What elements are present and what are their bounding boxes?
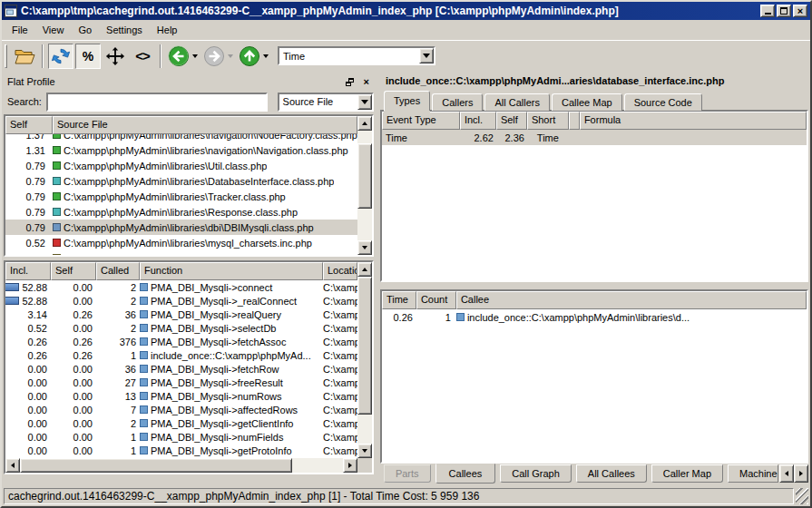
scroll-up-button[interactable] bbox=[357, 116, 372, 131]
column-header-source-file[interactable]: Source File bbox=[53, 116, 357, 134]
event-type-row[interactable]: Time2.622.36Time bbox=[382, 130, 807, 145]
incl-cost-value: 0.00 bbox=[28, 418, 47, 429]
column-header-incl-[interactable]: Incl. bbox=[5, 262, 51, 280]
event-type-selector[interactable]: Time bbox=[278, 46, 435, 65]
function-row[interactable]: 52.880.002PMA_DBI_Mysqli->_realConnectC:… bbox=[5, 294, 357, 308]
callee-row[interactable]: 0.261include_once::C:\xampp\phpMyAdmin\l… bbox=[382, 309, 807, 325]
column-header-called[interactable]: Called bbox=[96, 262, 140, 280]
toolbar-handle[interactable] bbox=[5, 44, 7, 68]
tab-source-code[interactable]: Source Code bbox=[624, 93, 702, 111]
source-file-row[interactable]: 1.31C:\xampp\phpMyAdmin\libraries\naviga… bbox=[5, 142, 357, 158]
scroll-thumb[interactable] bbox=[357, 143, 372, 209]
scroll-left-button[interactable] bbox=[5, 458, 20, 473]
up-button[interactable] bbox=[237, 44, 270, 69]
shorten-templates-button[interactable]: <> bbox=[130, 44, 155, 69]
tab-machine[interactable]: Machine bbox=[728, 464, 778, 483]
refresh-button[interactable] bbox=[48, 44, 73, 69]
column-header-short[interactable]: Short bbox=[527, 112, 569, 130]
grouping-selector[interactable]: Source File bbox=[278, 93, 374, 112]
scroll-down-button[interactable] bbox=[357, 444, 372, 458]
column-header-incl-[interactable]: Incl. bbox=[460, 112, 496, 130]
function-row[interactable]: 0.000.002PMA_DBI_Mysqli->getClientInfoC:… bbox=[5, 416, 357, 430]
grouping-dropdown-button[interactable] bbox=[357, 94, 372, 110]
scroll-down-button[interactable] bbox=[357, 240, 372, 255]
menu-help[interactable]: Help bbox=[151, 22, 184, 38]
back-button[interactable] bbox=[166, 44, 200, 69]
functions-hscrollbar[interactable] bbox=[5, 458, 357, 473]
column-header-location[interactable]: Location bbox=[323, 262, 357, 280]
relative-percent-button[interactable]: % bbox=[75, 44, 101, 69]
function-row[interactable]: 3.140.2636PMA_DBI_Mysqli->realQueryC:\xa… bbox=[5, 308, 357, 321]
menu-go[interactable]: Go bbox=[72, 22, 98, 38]
function-name: PMA_DBI_Mysqli->freeResult bbox=[151, 377, 283, 388]
column-header-function[interactable]: Function bbox=[140, 262, 323, 280]
source-file-row[interactable]: 0.79C:\xampp\phpMyAdmin\libraries\dbi\DB… bbox=[5, 220, 357, 235]
back-dropdown-icon[interactable] bbox=[192, 54, 198, 58]
column-header-callee[interactable]: Callee bbox=[456, 291, 807, 309]
tab-caller-map[interactable]: Caller Map bbox=[651, 464, 723, 483]
column-header-count[interactable]: Count bbox=[416, 291, 456, 309]
menu-settings[interactable]: Settings bbox=[100, 22, 149, 38]
function-row[interactable]: 0.000.0027PMA_DBI_Mysqli->freeResultC:\x… bbox=[5, 376, 357, 389]
maximize-button[interactable] bbox=[777, 5, 791, 17]
relative-to-parent-button[interactable] bbox=[103, 44, 128, 69]
types-table: Event TypeIncl.SelfShortFormula Time2.62… bbox=[380, 110, 808, 282]
tab-all-callees[interactable]: All Callees bbox=[576, 464, 647, 483]
incl-cost-cell: 0.00 bbox=[5, 432, 51, 443]
column-header-formula[interactable]: Formula bbox=[580, 112, 807, 130]
dock-float-button[interactable] bbox=[343, 75, 357, 88]
resize-grip[interactable] bbox=[796, 488, 808, 504]
tab-callee-map[interactable]: Callee Map bbox=[552, 93, 622, 111]
close-icon: × bbox=[794, 5, 807, 16]
minimize-button[interactable] bbox=[760, 5, 775, 17]
column-header-self[interactable]: Self bbox=[496, 112, 527, 130]
column-header-event-type[interactable]: Event Type bbox=[382, 112, 460, 130]
tab-callees[interactable]: Callees bbox=[435, 464, 496, 484]
percent-icon: % bbox=[83, 49, 93, 64]
tab-call-graph[interactable]: Call Graph bbox=[500, 464, 572, 483]
forward-dropdown-icon[interactable] bbox=[228, 54, 233, 58]
source-file-row[interactable]: 0.79C:\xampp\phpMyAdmin\libraries\Tracke… bbox=[5, 189, 357, 204]
function-row[interactable]: 0.000.007PMA_DBI_Mysqli->affectedRowsC:\… bbox=[5, 403, 357, 416]
arrow-up-icon bbox=[362, 122, 367, 125]
tab-scroll-right-button[interactable] bbox=[794, 464, 808, 483]
event-type-dropdown-button[interactable] bbox=[419, 48, 434, 64]
self-cost-value: 0.00 bbox=[51, 418, 96, 429]
function-row[interactable]: 0.000.001PMA_DBI_Mysqli->getProtoInfoC:\… bbox=[5, 444, 357, 457]
menu-file[interactable]: File bbox=[5, 22, 34, 38]
menu-view[interactable]: View bbox=[36, 22, 71, 38]
functions-vscrollbar[interactable] bbox=[357, 262, 372, 458]
column-header-self[interactable]: Self bbox=[5, 116, 53, 134]
source-file-row[interactable]: 0.79C:\xampp\phpMyAdmin\libraries\Respon… bbox=[5, 204, 357, 220]
source-file-row[interactable]: 0.79C:\xampp\phpMyAdmin\libraries\Util.c… bbox=[5, 158, 357, 173]
source-file-row[interactable]: 0.79C:\xampp\phpMyAdmin\libraries\Databa… bbox=[5, 173, 357, 189]
function-row[interactable]: 0.260.261include_once::C:\xampp\phpMyAd.… bbox=[5, 348, 357, 362]
dock-close-button[interactable]: × bbox=[359, 75, 374, 88]
open-file-button[interactable] bbox=[12, 44, 37, 69]
column-header-self[interactable]: Self bbox=[51, 262, 96, 280]
forward-button[interactable] bbox=[201, 44, 235, 69]
tab-types[interactable]: Types bbox=[384, 91, 430, 111]
scroll-thumb[interactable] bbox=[20, 458, 292, 473]
column-header-spacer[interactable] bbox=[569, 112, 580, 130]
tab-callers[interactable]: Callers bbox=[432, 93, 483, 111]
function-row[interactable]: 0.000.001PMA_DBI_Mysqli->numFieldsC:\xam… bbox=[5, 430, 357, 444]
column-header-time[interactable]: Time bbox=[382, 291, 416, 309]
source-file-row[interactable]: 0.52C:\xampp\phpMyAdmin\libraries\user_p… bbox=[5, 250, 357, 255]
scroll-thumb[interactable] bbox=[357, 277, 372, 415]
source-file-row[interactable]: 0.52C:\xampp\phpMyAdmin\libraries\mysql_… bbox=[5, 235, 357, 250]
scroll-right-button[interactable] bbox=[343, 458, 357, 473]
tab-all-callers[interactable]: All Callers bbox=[484, 93, 550, 111]
source-files-vscrollbar[interactable] bbox=[357, 116, 372, 255]
search-input[interactable] bbox=[46, 93, 268, 112]
function-row[interactable]: 52.880.002PMA_DBI_Mysqli->connectC:\xamp… bbox=[5, 280, 357, 294]
source-file-row[interactable]: 1.37C:\xampp\phpMyAdmin\libraries\naviga… bbox=[5, 134, 357, 142]
function-row[interactable]: 0.260.26376PMA_DBI_Mysqli->fetchAssocC:\… bbox=[5, 335, 357, 348]
tab-scroll-left-button[interactable] bbox=[779, 464, 794, 483]
scroll-up-button[interactable] bbox=[357, 262, 372, 277]
function-row[interactable]: 0.520.002PMA_DBI_Mysqli->selectDbC:\xamp… bbox=[5, 321, 357, 335]
function-row[interactable]: 0.000.0036PMA_DBI_Mysqli->fetchRowC:\xam… bbox=[5, 362, 357, 376]
close-button[interactable]: × bbox=[793, 5, 807, 17]
function-row[interactable]: 0.000.0013PMA_DBI_Mysqli->numRowsC:\xamp… bbox=[5, 389, 357, 403]
up-dropdown-icon[interactable] bbox=[263, 54, 269, 58]
